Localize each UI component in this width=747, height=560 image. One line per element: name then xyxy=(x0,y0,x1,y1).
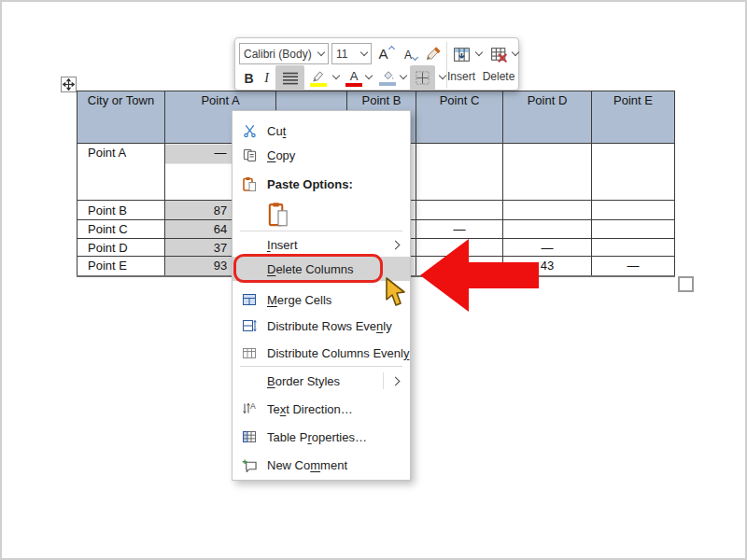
menu-item-paste-options: Paste Options: xyxy=(233,172,410,196)
mouse-cursor xyxy=(385,277,407,307)
menu-separator xyxy=(240,366,402,367)
borders-button[interactable] xyxy=(410,65,435,91)
table-resize-handle[interactable] xyxy=(678,276,694,292)
menu-item-text-direction[interactable]: A Text Direction… xyxy=(233,397,410,421)
insert-rows-icon xyxy=(452,45,472,64)
move-arrows-icon xyxy=(63,78,75,91)
table-cell[interactable]: Point A xyxy=(78,144,165,201)
menu-item-border-styles[interactable]: Border Styles xyxy=(233,369,410,393)
distribute-columns-icon xyxy=(240,343,259,362)
font-name-dropdown[interactable]: Calibri (Body) xyxy=(239,43,329,64)
table-cell[interactable] xyxy=(416,144,503,201)
chevron-down-icon xyxy=(317,49,325,56)
cut-icon xyxy=(240,121,259,140)
menu-item-copy[interactable]: Copy xyxy=(233,143,410,167)
menu-item-new-comment[interactable]: New Comment xyxy=(233,453,410,477)
word-document-canvas: City or Town Point A Point B Point C Poi… xyxy=(0,0,747,560)
highlight-swatch xyxy=(310,83,327,87)
justify-button[interactable] xyxy=(275,65,304,91)
table-cell[interactable] xyxy=(503,201,592,220)
table-cell[interactable]: Point C xyxy=(78,220,165,239)
table-cell[interactable] xyxy=(416,201,503,220)
shading-swatch xyxy=(379,82,396,86)
table-cell[interactable] xyxy=(592,144,675,201)
italic-button[interactable]: I xyxy=(260,66,274,90)
new-comment-icon xyxy=(240,455,259,474)
text-direction-icon: A xyxy=(240,399,259,418)
red-highlight-circle xyxy=(233,254,383,283)
table-cell[interactable] xyxy=(592,201,675,220)
copy-icon xyxy=(240,146,259,164)
delete-label: Delete xyxy=(482,70,515,83)
bold-button[interactable]: B xyxy=(240,66,258,90)
highlighter-icon xyxy=(311,70,326,82)
split-separator xyxy=(383,372,384,389)
menu-item-cut[interactable]: Cut xyxy=(233,119,410,143)
table-cell[interactable] xyxy=(503,144,592,201)
justify-icon xyxy=(282,72,299,85)
table-move-handle[interactable] xyxy=(61,77,77,92)
mini-toolbar: Calibri (Body) 11 A A xyxy=(234,37,519,91)
table-cell[interactable]: Point E xyxy=(78,257,165,276)
font-size-dropdown[interactable]: 11 xyxy=(331,43,372,64)
submenu-arrow-icon xyxy=(391,376,401,385)
paste-options-label: Paste Options: xyxy=(267,177,353,191)
table-header-cell[interactable]: Point E xyxy=(592,91,675,144)
table-cell[interactable]: Point D xyxy=(78,239,165,257)
table-cell[interactable] xyxy=(592,239,675,257)
menu-item-merge-cells[interactable]: Merge Cells xyxy=(233,287,410,312)
font-name-value: Calibri (Body) xyxy=(244,48,318,61)
insert-label: Insert xyxy=(444,70,478,83)
paint-bucket-icon xyxy=(381,70,395,81)
submenu-arrow-icon xyxy=(391,240,401,249)
format-painter-button[interactable] xyxy=(423,43,444,64)
caret-up-icon xyxy=(388,46,394,52)
font-color-swatch xyxy=(345,83,362,87)
shrink-font-button[interactable]: A xyxy=(401,45,421,64)
table-properties-icon xyxy=(240,427,259,446)
table-cell[interactable]: — xyxy=(592,257,675,276)
highlight-color-button[interactable] xyxy=(307,66,330,90)
highlight-chevron-icon[interactable] xyxy=(332,72,340,79)
font-color-chevron-icon[interactable] xyxy=(365,72,373,79)
menu-item-distribute-columns[interactable]: Distribute Columns Evenly xyxy=(233,341,410,365)
insert-table-button[interactable] xyxy=(450,44,472,64)
menu-separator xyxy=(240,231,402,231)
delete-table-button[interactable] xyxy=(487,44,510,64)
shading-chevron-icon[interactable] xyxy=(400,72,407,79)
table-cell[interactable]: Point B xyxy=(78,201,165,220)
delete-table-icon xyxy=(489,45,509,64)
paste-option-keep-source[interactable] xyxy=(233,198,410,230)
shading-button[interactable] xyxy=(376,66,399,90)
chevron-down-icon xyxy=(360,49,368,56)
svg-text:A: A xyxy=(250,401,256,411)
table-header-cell[interactable]: Point D xyxy=(503,91,592,144)
red-arrow-annotation xyxy=(418,235,542,315)
delete-dropdown-chevron-icon[interactable] xyxy=(512,49,519,56)
merge-cells-icon xyxy=(240,290,259,309)
table-header-cell[interactable]: Point C xyxy=(416,91,503,144)
table-header-cell[interactable]: City or Town xyxy=(78,91,165,144)
font-color-button[interactable]: A xyxy=(344,66,364,90)
format-painter-icon xyxy=(425,46,442,63)
insert-dropdown-chevron-icon[interactable] xyxy=(475,49,483,56)
font-size-value: 11 xyxy=(336,48,361,61)
distribute-rows-icon xyxy=(240,316,259,335)
menu-item-table-properties[interactable]: Table Properties… xyxy=(233,425,410,449)
clipboard-icon xyxy=(240,175,259,193)
grow-font-button[interactable]: A xyxy=(375,43,397,64)
table-cell[interactable] xyxy=(592,220,675,239)
menu-item-distribute-rows[interactable]: Distribute Rows Evenly xyxy=(233,314,410,338)
paste-clipboard-icon xyxy=(267,200,289,228)
borders-grid-icon xyxy=(415,70,430,86)
caret-down-icon xyxy=(412,54,418,61)
